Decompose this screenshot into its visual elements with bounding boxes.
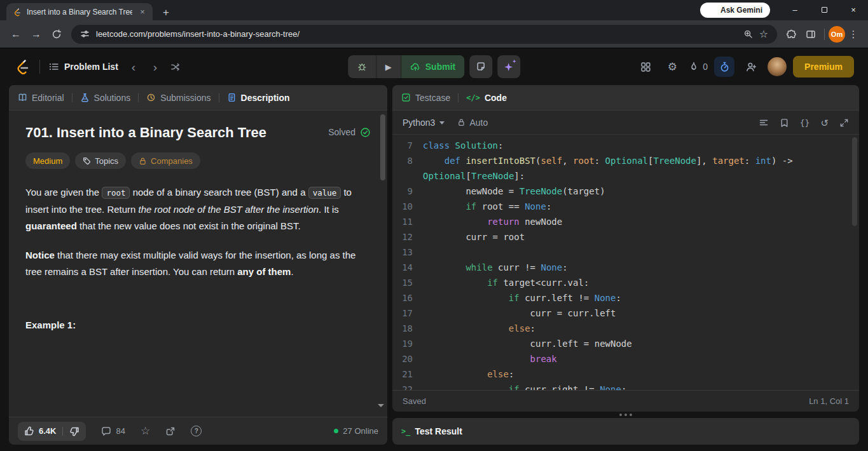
browser-tab[interactable]: Insert into a Binary Search Tree × <box>6 3 153 20</box>
maximize-button[interactable] <box>809 0 839 19</box>
code-line[interactable]: 11 return newNode <box>392 214 859 229</box>
check-square-icon <box>401 93 411 102</box>
code-line[interactable]: Optional[TreeNode]: <box>392 168 859 184</box>
code-line[interactable]: 15 if target<curr.val: <box>392 275 859 290</box>
site-settings-icon[interactable] <box>80 29 90 39</box>
reload-button[interactable] <box>47 25 66 44</box>
reset-button[interactable]: ↺ <box>820 117 829 128</box>
description-footer: 6.4K 84 ☆ ? <box>9 417 387 445</box>
bookmark-button[interactable] <box>780 117 789 128</box>
dislike-button[interactable] <box>69 426 79 436</box>
code-line[interactable]: 17 curr = curr.left <box>392 306 859 321</box>
code-text: else: <box>423 321 535 336</box>
code-line[interactable]: 21 else: <box>392 367 859 382</box>
code-line[interactable]: 19 curr.left = newNode <box>392 336 859 351</box>
forward-button[interactable]: → <box>27 25 46 44</box>
topics-chip[interactable]: Topics <box>75 152 126 169</box>
code-line[interactable]: 13 <box>392 245 859 260</box>
sparkle-small-icon <box>512 59 516 64</box>
prev-problem-button[interactable]: ‹ <box>127 61 140 73</box>
code-line[interactable]: 7class Solution: <box>392 138 859 153</box>
tab-close-icon[interactable]: × <box>137 8 148 16</box>
next-problem-button[interactable]: › <box>149 61 162 73</box>
run-button[interactable]: ▶ <box>376 55 401 78</box>
tab-code[interactable]: </> Code <box>466 93 507 103</box>
settings-button[interactable]: ⚙ <box>662 57 682 77</box>
text-segment-plain: that the new value does not exist in the… <box>77 220 301 231</box>
favorite-button[interactable]: ☆ <box>141 426 150 436</box>
profile-avatar[interactable]: Om <box>829 26 845 43</box>
bookmark-star-icon[interactable]: ☆ <box>759 29 768 39</box>
help-button[interactable]: ? <box>191 426 202 436</box>
leetcode-logo[interactable] <box>14 58 31 75</box>
comments-button[interactable]: 84 <box>101 426 125 436</box>
person-plus-icon <box>746 62 757 72</box>
code-line[interactable]: 22 if curr.right != None: <box>392 382 859 390</box>
format-button[interactable] <box>759 117 769 128</box>
format-lines-icon <box>759 118 769 128</box>
code-text: Optional[TreeNode]: <box>423 168 525 184</box>
invite-button[interactable] <box>741 57 761 77</box>
submit-button[interactable]: Submit <box>401 55 464 78</box>
browser-menu-button[interactable]: ⋮ <box>845 29 862 39</box>
tab-test-result[interactable]: >_ Test Result <box>401 426 462 436</box>
random-problem-button[interactable] <box>170 62 180 72</box>
companies-chip[interactable]: Companies <box>131 152 200 169</box>
address-bar[interactable]: leetcode.com/problems/insert-into-a-bina… <box>71 25 777 44</box>
side-panel-icon <box>806 29 816 39</box>
minimize-button[interactable]: – <box>780 0 809 19</box>
tab-description[interactable]: Description <box>227 93 290 103</box>
window-close-button[interactable]: × <box>839 0 868 19</box>
editor-statusbar: Saved Ln 1, Col 1 <box>392 390 859 412</box>
extensions-button[interactable] <box>782 25 801 44</box>
panel-resize-handle[interactable] <box>392 412 859 418</box>
url-text[interactable]: leetcode.com/problems/insert-into-a-bina… <box>96 29 300 39</box>
notes-button[interactable] <box>469 55 492 78</box>
ask-gemini-button[interactable]: Ask Gemini <box>700 3 770 18</box>
code-line[interactable]: 10 if root == None: <box>392 199 859 214</box>
text-segment-plain: . <box>291 266 293 277</box>
timer-button[interactable] <box>714 57 734 77</box>
debug-button[interactable] <box>348 55 376 78</box>
tab-editorial[interactable]: Editorial <box>18 93 64 103</box>
difficulty-badge[interactable]: Medium <box>25 152 70 169</box>
debug-icon <box>357 62 367 72</box>
like-button[interactable]: 6.4K <box>24 426 56 436</box>
layout-button[interactable] <box>635 57 656 77</box>
streak-counter[interactable]: 0 <box>689 62 708 72</box>
code-line[interactable]: 8 def insertIntoBST(self, root: Optional… <box>392 153 859 168</box>
user-avatar[interactable] <box>768 57 787 76</box>
code-line[interactable]: 14 while curr != None: <box>392 260 859 275</box>
side-panel-button[interactable] <box>801 25 820 44</box>
language-selector[interactable]: Python3 <box>403 118 444 128</box>
problem-list-label: Problem List <box>64 62 118 72</box>
share-button[interactable] <box>165 426 176 436</box>
code-line[interactable]: 12 curr = root <box>392 229 859 245</box>
scroll-down-arrow[interactable] <box>378 404 384 410</box>
auto-toggle[interactable]: Auto <box>457 118 488 128</box>
code-line[interactable]: 18 else: <box>392 321 859 336</box>
premium-button[interactable]: Premium <box>793 56 854 77</box>
text-segment-plain: . It is <box>319 204 339 215</box>
braces-icon: {} <box>800 119 810 127</box>
problem-title: 701. Insert into a Binary Search Tree <box>25 123 266 142</box>
undo-icon: ↺ <box>820 118 829 128</box>
zoom-icon[interactable] <box>743 29 753 39</box>
code-line[interactable]: 20 break <box>392 351 859 367</box>
new-tab-button[interactable]: + <box>158 7 174 18</box>
editor-scrollbar-thumb[interactable] <box>852 137 857 226</box>
problem-paragraph: Notice that there may exist multiple val… <box>25 247 371 280</box>
tab-solutions[interactable]: Solutions <box>80 93 131 103</box>
tab-testcase[interactable]: Testcase <box>401 93 450 103</box>
code-line[interactable]: 9 newNode = TreeNode(target) <box>392 184 859 199</box>
description-scrollbar-thumb[interactable] <box>380 114 385 180</box>
tab-submissions[interactable]: Submissions <box>146 93 210 103</box>
fullscreen-button[interactable] <box>839 117 849 128</box>
snippets-button[interactable]: {} <box>800 117 810 128</box>
code-line[interactable]: 16 if curr.left != None: <box>392 290 859 306</box>
ai-assistant-button[interactable] <box>497 55 520 78</box>
back-button[interactable]: ← <box>6 25 25 44</box>
question-icon: ? <box>191 426 202 436</box>
code-editor[interactable]: 7class Solution:8 def insertIntoBST(self… <box>392 135 859 390</box>
problem-list-button[interactable]: Problem List <box>49 62 118 72</box>
